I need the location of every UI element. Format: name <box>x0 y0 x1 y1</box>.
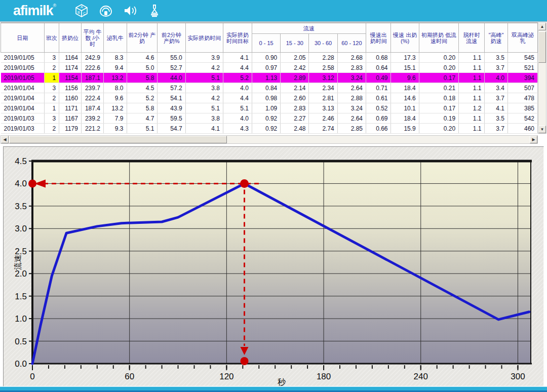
table-cell: 2.74 <box>309 124 337 134</box>
table-cell: 4.1 <box>223 53 252 63</box>
peak-time-dot <box>241 357 249 365</box>
table-cell: 1.09 <box>252 103 280 113</box>
table-cell: 2.81 <box>309 93 337 103</box>
table-cell: 4.4 <box>223 63 252 73</box>
table-cell: 187.4 <box>81 103 103 113</box>
table-cell: 0.21 <box>419 83 458 93</box>
table-cell: 5.1 <box>127 124 158 134</box>
table-cell: 507 <box>507 83 537 93</box>
table-cell: 3.13 <box>309 103 337 113</box>
x-tick-label: 300 <box>511 372 525 381</box>
scroll-down-button[interactable]: ▼ <box>538 126 546 133</box>
table-row[interactable]: 2019/01/0421160222.49.65.254.14.24.40.98… <box>1 93 538 103</box>
table-cell: 4.4 <box>223 93 252 103</box>
registered-mark: ® <box>53 3 56 8</box>
speaker-icon[interactable] <box>123 3 138 18</box>
table-cell: 3.7 <box>485 124 507 134</box>
table-cell: 9.6 <box>103 93 127 103</box>
scroll-up-button[interactable]: ▲ <box>538 23 546 30</box>
table-cell: 15.9 <box>391 124 419 134</box>
bottom-accent-bar <box>0 386 547 392</box>
table-cell: 44.0 <box>158 73 185 83</box>
table-cell: 4.1 <box>185 124 223 134</box>
x-axis-title: 秒 <box>278 378 286 386</box>
top-app-bar: afimilk® A B C <box>0 0 547 22</box>
table-cell: 3.5 <box>485 53 507 63</box>
table-cell: 0.97 <box>252 63 280 73</box>
table-cell: 0.49 <box>366 73 391 83</box>
table-row[interactable]: 2019/01/0331167239.27.94.759.53.84.00.92… <box>1 113 538 124</box>
table-cell: 2.05 <box>281 53 309 63</box>
flask-icon[interactable] <box>147 3 162 18</box>
table-cell: 0.98 <box>252 93 280 103</box>
table-cell: 3.8 <box>185 83 223 93</box>
scroll-left-button[interactable]: ◀ <box>1 136 9 143</box>
table-cell: 2.46 <box>309 113 337 124</box>
table-cell: 1.1 <box>459 53 485 63</box>
table-cell: 4.6 <box>127 53 158 63</box>
table-cell: 2.60 <box>281 93 309 103</box>
flow-rate-chart: 0.00.51.01.52.02.53.03.54.04.50601201802… <box>0 146 547 386</box>
table-cell: 1.1 <box>459 73 485 83</box>
table-cell: 15.1 <box>391 63 419 73</box>
table-cell: 0.69 <box>366 113 391 124</box>
table-cell: 0.18 <box>419 93 458 103</box>
collar-icon[interactable] <box>98 3 113 18</box>
table-cell: 2.89 <box>281 73 309 83</box>
abc-cube-icon[interactable]: A B C <box>74 3 89 18</box>
table-cell: 4.0 <box>485 73 507 83</box>
flow-group-header: 流速 <box>252 23 366 34</box>
table-cell: 460 <box>507 124 537 134</box>
table-cell: 4.1 <box>485 103 507 113</box>
table-cell: 2.48 <box>281 124 309 134</box>
table-cell: 4.5 <box>127 83 158 93</box>
scroll-right-button[interactable]: ▶ <box>530 136 537 143</box>
header-cell: 慢速 出奶(%) <box>391 23 419 53</box>
table-vertical-scrollbar[interactable]: ▲ ▼ <box>538 22 546 134</box>
table-cell: 1.13 <box>252 73 280 83</box>
y-tick-label: 1.0 <box>15 314 27 324</box>
svg-text:A: A <box>81 5 83 9</box>
table-cell: 3.8 <box>185 113 223 124</box>
vertical-scroll-thumb[interactable] <box>538 31 546 63</box>
header-cell: 泌乳牛 <box>103 23 127 53</box>
table-cell: 55.0 <box>158 53 185 63</box>
table-cell: 3.7 <box>485 93 507 103</box>
table-cell: 0.20 <box>419 124 458 134</box>
milking-data-table-region: 日期班次挤奶位平均 牛数 /小时泌乳牛前2分钟 产奶前2分钟 产奶%实际挤奶时间… <box>1 22 538 136</box>
table-cell: 2.27 <box>281 113 309 124</box>
table-cell: 3.7 <box>485 63 507 73</box>
table-cell: 5.0 <box>127 63 158 73</box>
table-row[interactable]: 2019/01/0411171187.413.25.843.95.15.11.0… <box>1 103 538 113</box>
table-cell: 9.6 <box>391 73 419 83</box>
table-cell: 17.3 <box>391 53 419 63</box>
table-cell: 54.1 <box>158 93 185 103</box>
table-cell: 5.1 <box>223 103 252 113</box>
table-cell: 2.83 <box>281 103 309 113</box>
header-cell: 日期 <box>1 23 45 53</box>
table-cell: 0.92 <box>252 113 280 124</box>
y-tick-label: 4.0 <box>15 179 27 188</box>
table-cell: 5.1 <box>185 73 223 83</box>
table-cell: 4.2 <box>185 93 223 103</box>
table-row[interactable]: 2019/01/0321179221.29.35.154.74.14.30.92… <box>1 124 538 134</box>
table-cell: 242.9 <box>81 53 103 63</box>
table-row[interactable]: 2019/01/0531164242.98.34.655.03.94.10.90… <box>1 53 538 63</box>
table-cell: 2.83 <box>337 63 366 73</box>
horizontal-scroll-thumb[interactable] <box>9 136 227 143</box>
table-cell: 0.19 <box>419 113 458 124</box>
milking-data-table: 日期班次挤奶位平均 牛数 /小时泌乳牛前2分钟 产奶前2分钟 产奶%实际挤奶时间… <box>1 23 538 134</box>
table-cell: 0.84 <box>252 83 280 93</box>
table-cell: 239.7 <box>81 83 103 93</box>
table-cell: 59.5 <box>158 113 185 124</box>
table-horizontal-scrollbar[interactable]: ◀ ▶ <box>1 135 538 144</box>
table-row[interactable]: 2019/01/0431156239.78.04.557.23.84.00.84… <box>1 83 538 93</box>
header-cell: 实际挤奶时间 <box>185 23 223 53</box>
table-row[interactable]: 2019/01/0521174222.69.45.052.74.24.40.97… <box>1 63 538 73</box>
table-cell: 2 <box>44 93 59 103</box>
header-cell: 实际挤奶 时间目标 <box>223 23 252 53</box>
table-cell: 18.4 <box>391 83 419 93</box>
table-cell: 2.14 <box>281 83 309 93</box>
table-cell: 4.3 <box>223 124 252 134</box>
table-row-selected[interactable]: 2019/01/0511154187.113.25.844.05.15.21.1… <box>1 73 538 83</box>
